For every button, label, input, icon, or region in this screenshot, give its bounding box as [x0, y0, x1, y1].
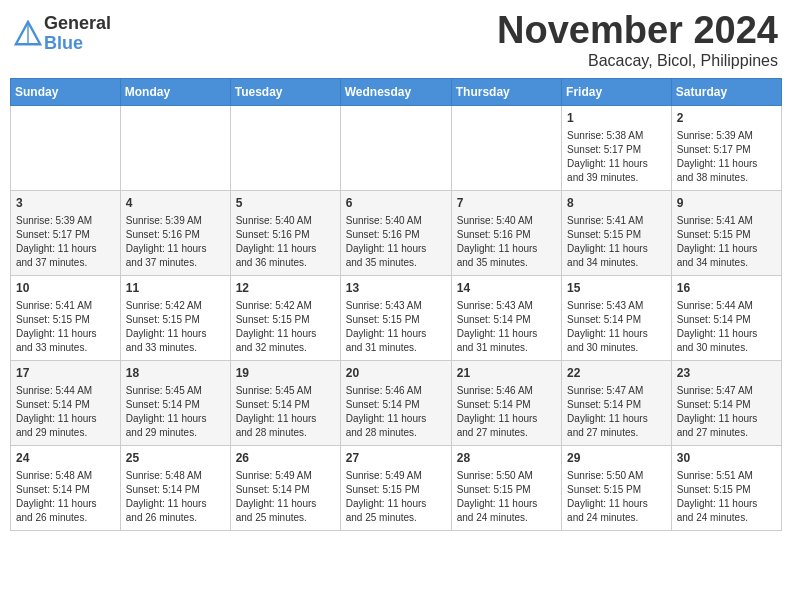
weekday-header-row: SundayMondayTuesdayWednesdayThursdayFrid…	[11, 78, 782, 105]
calendar-cell: 26Sunrise: 5:49 AMSunset: 5:14 PMDayligh…	[230, 445, 340, 530]
sunset-text: Sunset: 5:15 PM	[126, 314, 200, 325]
daylight-text: Daylight: 11 hours and 24 minutes.	[567, 498, 648, 523]
day-number: 27	[346, 450, 446, 467]
calendar-cell: 17Sunrise: 5:44 AMSunset: 5:14 PMDayligh…	[11, 360, 121, 445]
calendar-cell: 22Sunrise: 5:47 AMSunset: 5:14 PMDayligh…	[562, 360, 672, 445]
sunrise-text: Sunrise: 5:50 AM	[567, 470, 643, 481]
sunset-text: Sunset: 5:14 PM	[16, 484, 90, 495]
sunrise-text: Sunrise: 5:38 AM	[567, 130, 643, 141]
weekday-header-sunday: Sunday	[11, 78, 121, 105]
daylight-text: Daylight: 11 hours and 36 minutes.	[236, 243, 317, 268]
calendar-cell: 25Sunrise: 5:48 AMSunset: 5:14 PMDayligh…	[120, 445, 230, 530]
day-number: 10	[16, 280, 115, 297]
sunset-text: Sunset: 5:14 PM	[457, 314, 531, 325]
sunrise-text: Sunrise: 5:40 AM	[236, 215, 312, 226]
daylight-text: Daylight: 11 hours and 28 minutes.	[346, 413, 427, 438]
daylight-text: Daylight: 11 hours and 34 minutes.	[567, 243, 648, 268]
sunrise-text: Sunrise: 5:41 AM	[677, 215, 753, 226]
day-number: 26	[236, 450, 335, 467]
day-number: 22	[567, 365, 666, 382]
sunrise-text: Sunrise: 5:45 AM	[126, 385, 202, 396]
calendar-cell: 8Sunrise: 5:41 AMSunset: 5:15 PMDaylight…	[562, 190, 672, 275]
sunset-text: Sunset: 5:14 PM	[567, 399, 641, 410]
daylight-text: Daylight: 11 hours and 34 minutes.	[677, 243, 758, 268]
calendar-week-3: 10Sunrise: 5:41 AMSunset: 5:15 PMDayligh…	[11, 275, 782, 360]
day-number: 8	[567, 195, 666, 212]
sunrise-text: Sunrise: 5:49 AM	[346, 470, 422, 481]
sunrise-text: Sunrise: 5:47 AM	[677, 385, 753, 396]
month-title: November 2024	[497, 10, 778, 52]
sunset-text: Sunset: 5:15 PM	[236, 314, 310, 325]
day-number: 24	[16, 450, 115, 467]
sunset-text: Sunset: 5:14 PM	[126, 399, 200, 410]
sunrise-text: Sunrise: 5:48 AM	[16, 470, 92, 481]
sunset-text: Sunset: 5:16 PM	[236, 229, 310, 240]
day-number: 23	[677, 365, 776, 382]
calendar-cell: 15Sunrise: 5:43 AMSunset: 5:14 PMDayligh…	[562, 275, 672, 360]
calendar-table: SundayMondayTuesdayWednesdayThursdayFrid…	[10, 78, 782, 531]
sunset-text: Sunset: 5:15 PM	[567, 484, 641, 495]
daylight-text: Daylight: 11 hours and 33 minutes.	[126, 328, 207, 353]
calendar-cell: 6Sunrise: 5:40 AMSunset: 5:16 PMDaylight…	[340, 190, 451, 275]
title-area: November 2024 Bacacay, Bicol, Philippine…	[497, 10, 778, 70]
daylight-text: Daylight: 11 hours and 35 minutes.	[457, 243, 538, 268]
daylight-text: Daylight: 11 hours and 29 minutes.	[126, 413, 207, 438]
daylight-text: Daylight: 11 hours and 29 minutes.	[16, 413, 97, 438]
day-number: 28	[457, 450, 556, 467]
calendar-cell: 10Sunrise: 5:41 AMSunset: 5:15 PMDayligh…	[11, 275, 121, 360]
daylight-text: Daylight: 11 hours and 25 minutes.	[236, 498, 317, 523]
calendar-cell	[451, 105, 561, 190]
sunset-text: Sunset: 5:14 PM	[236, 399, 310, 410]
sunset-text: Sunset: 5:14 PM	[677, 399, 751, 410]
daylight-text: Daylight: 11 hours and 24 minutes.	[677, 498, 758, 523]
calendar-cell: 16Sunrise: 5:44 AMSunset: 5:14 PMDayligh…	[671, 275, 781, 360]
sunset-text: Sunset: 5:14 PM	[677, 314, 751, 325]
sunset-text: Sunset: 5:17 PM	[677, 144, 751, 155]
sunrise-text: Sunrise: 5:44 AM	[677, 300, 753, 311]
daylight-text: Daylight: 11 hours and 27 minutes.	[457, 413, 538, 438]
daylight-text: Daylight: 11 hours and 37 minutes.	[16, 243, 97, 268]
daylight-text: Daylight: 11 hours and 26 minutes.	[126, 498, 207, 523]
calendar-cell: 27Sunrise: 5:49 AMSunset: 5:15 PMDayligh…	[340, 445, 451, 530]
sunset-text: Sunset: 5:16 PM	[126, 229, 200, 240]
daylight-text: Daylight: 11 hours and 26 minutes.	[16, 498, 97, 523]
day-number: 25	[126, 450, 225, 467]
day-number: 21	[457, 365, 556, 382]
calendar-cell: 9Sunrise: 5:41 AMSunset: 5:15 PMDaylight…	[671, 190, 781, 275]
daylight-text: Daylight: 11 hours and 30 minutes.	[567, 328, 648, 353]
sunset-text: Sunset: 5:15 PM	[677, 229, 751, 240]
day-number: 19	[236, 365, 335, 382]
sunrise-text: Sunrise: 5:43 AM	[567, 300, 643, 311]
logo-general-text: General	[44, 14, 111, 34]
sunset-text: Sunset: 5:14 PM	[236, 484, 310, 495]
calendar-cell: 4Sunrise: 5:39 AMSunset: 5:16 PMDaylight…	[120, 190, 230, 275]
day-number: 12	[236, 280, 335, 297]
logo-text: General Blue	[44, 14, 111, 54]
calendar-cell	[230, 105, 340, 190]
location: Bacacay, Bicol, Philippines	[497, 52, 778, 70]
daylight-text: Daylight: 11 hours and 37 minutes.	[126, 243, 207, 268]
calendar-cell: 28Sunrise: 5:50 AMSunset: 5:15 PMDayligh…	[451, 445, 561, 530]
sunrise-text: Sunrise: 5:50 AM	[457, 470, 533, 481]
sunset-text: Sunset: 5:15 PM	[346, 314, 420, 325]
day-number: 2	[677, 110, 776, 127]
calendar-cell: 20Sunrise: 5:46 AMSunset: 5:14 PMDayligh…	[340, 360, 451, 445]
daylight-text: Daylight: 11 hours and 24 minutes.	[457, 498, 538, 523]
sunrise-text: Sunrise: 5:43 AM	[346, 300, 422, 311]
day-number: 30	[677, 450, 776, 467]
sunrise-text: Sunrise: 5:51 AM	[677, 470, 753, 481]
logo: General Blue	[14, 14, 111, 54]
daylight-text: Daylight: 11 hours and 39 minutes.	[567, 158, 648, 183]
logo-blue-text: Blue	[44, 34, 111, 54]
calendar-cell: 23Sunrise: 5:47 AMSunset: 5:14 PMDayligh…	[671, 360, 781, 445]
calendar-week-2: 3Sunrise: 5:39 AMSunset: 5:17 PMDaylight…	[11, 190, 782, 275]
sunset-text: Sunset: 5:17 PM	[567, 144, 641, 155]
weekday-header-friday: Friday	[562, 78, 672, 105]
sunset-text: Sunset: 5:15 PM	[346, 484, 420, 495]
sunrise-text: Sunrise: 5:41 AM	[16, 300, 92, 311]
day-number: 4	[126, 195, 225, 212]
daylight-text: Daylight: 11 hours and 33 minutes.	[16, 328, 97, 353]
sunrise-text: Sunrise: 5:45 AM	[236, 385, 312, 396]
sunrise-text: Sunrise: 5:48 AM	[126, 470, 202, 481]
weekday-header-tuesday: Tuesday	[230, 78, 340, 105]
